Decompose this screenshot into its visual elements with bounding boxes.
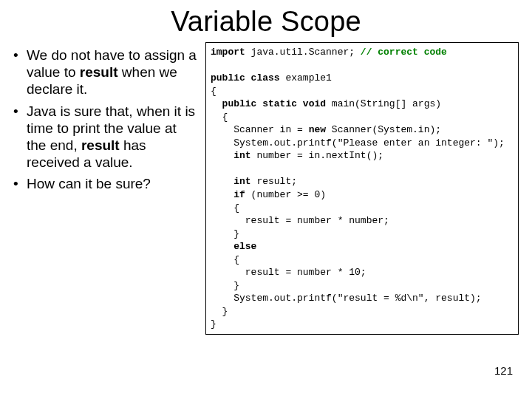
code-kw: else: [211, 241, 256, 252]
code-text: java.util.Scanner;: [245, 47, 361, 58]
code-kw: if: [211, 189, 245, 200]
code-box: import java.util.Scanner; // correct cod…: [205, 42, 519, 335]
code-line: System.out.printf("result = %d\n", resul…: [211, 293, 482, 304]
code-text: Scanner in =: [211, 124, 309, 135]
code-text: main(String[] args): [326, 98, 441, 109]
code-text: (number >= 0): [245, 189, 326, 200]
code-line: {: [211, 86, 216, 97]
right-column: import java.util.Scanner; // correct cod…: [205, 42, 519, 335]
code-line: System.out.printf("Please enter an integ…: [211, 137, 505, 149]
slide-title: Variable Scope: [13, 6, 519, 38]
code-text: example1: [280, 72, 332, 83]
code-kw: new: [309, 124, 326, 135]
page-number: 121: [494, 364, 513, 377]
bullet-3-text: How can it be sure?: [27, 176, 151, 191]
code-line: {: [211, 112, 228, 123]
code-comment: // correct code: [361, 47, 447, 58]
left-column: We do not have to assign a value to resu…: [13, 42, 198, 335]
content-columns: We do not have to assign a value to resu…: [13, 42, 519, 335]
code-kw: int: [211, 150, 251, 161]
bullet-2-bold: result: [81, 137, 120, 153]
code-line: }: [211, 280, 239, 291]
code-kw: public static void: [222, 98, 326, 109]
code-text: result;: [251, 176, 297, 187]
code-line: }: [211, 228, 239, 239]
bullet-1: We do not have to assign a value to resu…: [13, 47, 198, 98]
bullet-2: Java is sure that, when it is time to pr…: [13, 103, 198, 171]
code-line: result = number * number;: [211, 215, 389, 226]
code-kw: int: [211, 176, 251, 187]
bullet-1-bold: result: [80, 64, 118, 80]
bullet-3: How can it be sure?: [13, 175, 198, 192]
code-text: Scanner(System.in);: [326, 124, 441, 135]
code-text: [211, 98, 222, 109]
code-line: }: [211, 318, 216, 330]
code-line: result = number * 10;: [211, 267, 366, 278]
code-text: number = in.nextInt();: [251, 150, 383, 161]
code-kw: public class: [211, 72, 280, 83]
code-line: {: [211, 202, 239, 214]
code-kw: import: [211, 47, 245, 58]
slide: Variable Scope We do not have to assign …: [0, 0, 532, 399]
code-line: {: [211, 254, 239, 265]
code-line: }: [211, 306, 228, 317]
bullet-list: We do not have to assign a value to resu…: [13, 47, 198, 192]
